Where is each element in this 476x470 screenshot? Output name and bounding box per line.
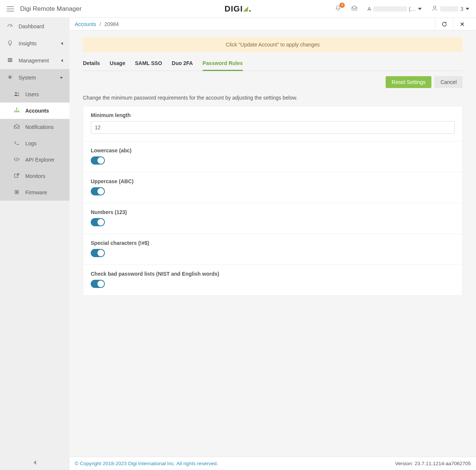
setting-min-length: Minimum length	[83, 106, 462, 142]
sidebar-item-accounts[interactable]: Accounts	[0, 103, 70, 119]
app-title: Digi Remote Manager	[20, 5, 81, 13]
special-chars-toggle[interactable]	[91, 249, 105, 257]
footer-version: Version: 23.7.11.1214-aa7062705	[395, 461, 471, 466]
sidebar-item-label: API Explorer	[25, 157, 55, 163]
sidebar-item-notifications[interactable]: Notifications	[0, 119, 70, 135]
account-tabs: Details Usage SAML SSO Duo 2FA Password …	[83, 60, 463, 71]
gauge-icon	[7, 23, 13, 30]
account-selector[interactable]: A (…	[367, 6, 422, 12]
user-icon	[431, 5, 438, 13]
sidebar-item-label: Insights	[19, 40, 36, 46]
svg-rect-9	[16, 111, 17, 112]
svg-rect-2	[8, 59, 12, 60]
setting-label: Uppercase (ABC)	[91, 178, 455, 184]
tab-duo-2fa[interactable]: Duo 2FA	[172, 60, 193, 71]
sidebar-item-management[interactable]: Management	[0, 52, 70, 69]
svg-rect-7	[16, 108, 17, 109]
sitemap-icon	[13, 107, 20, 115]
pending-changes-alert: Click "Update Account" to apply changes	[83, 37, 463, 52]
setting-lowercase: Lowercase (abc)	[83, 142, 462, 172]
setting-badlist: Check bad password lists (NIST and Engli…	[83, 265, 462, 295]
svg-rect-10	[18, 111, 19, 112]
sidebar-collapse-button[interactable]	[0, 455, 70, 470]
footer-copyright[interactable]: © Copyright 2018-2023 Digi International…	[75, 461, 218, 466]
svg-rect-3	[8, 61, 12, 62]
numbers-toggle[interactable]	[91, 218, 105, 226]
setting-label: Numbers (123)	[91, 209, 455, 215]
sidebar-item-api-explorer[interactable]: API Explorer	[0, 152, 70, 168]
chevron-left-icon	[33, 460, 36, 465]
min-length-input[interactable]	[91, 121, 455, 134]
sidebar-item-users[interactable]: Users	[0, 86, 70, 103]
code-icon	[13, 156, 20, 164]
svg-rect-13	[16, 191, 18, 193]
refresh-button[interactable]	[435, 18, 453, 30]
caret-down-icon	[466, 8, 469, 10]
breadcrumb-root-link[interactable]: Accounts	[75, 21, 96, 27]
sidebar: Dashboard Insights Management System	[0, 18, 70, 470]
sidebar-item-dashboard[interactable]: Dashboard	[0, 18, 70, 35]
tab-details[interactable]: Details	[83, 60, 100, 71]
tab-usage[interactable]: Usage	[110, 60, 125, 71]
sidebar-item-firmware[interactable]: Firmware	[0, 184, 70, 201]
svg-point-0	[434, 6, 436, 8]
svg-rect-1	[8, 58, 12, 59]
chip-icon	[13, 189, 20, 197]
badlist-toggle[interactable]	[91, 280, 105, 288]
chevron-left-icon	[61, 42, 63, 45]
user-name-masked	[440, 6, 458, 12]
cancel-button[interactable]: Cancel	[434, 76, 463, 88]
reset-settings-button[interactable]: Reset Settings	[386, 76, 431, 88]
uppercase-toggle[interactable]	[91, 187, 105, 195]
svg-point-6	[17, 93, 19, 94]
setting-uppercase: Uppercase (ABC)	[83, 172, 462, 203]
svg-point-5	[15, 92, 17, 94]
svg-rect-8	[14, 111, 15, 112]
breadcrumb: Accounts / 20984	[70, 18, 476, 30]
refresh-icon	[441, 21, 447, 27]
sidebar-item-label: Logs	[25, 140, 36, 146]
svg-rect-11	[15, 174, 18, 177]
user-selector[interactable]: 3	[431, 5, 469, 13]
setting-label: Lowercase (abc)	[91, 148, 455, 153]
gear-icon	[7, 74, 13, 82]
setting-label: Special characters (!#$)	[91, 240, 455, 246]
tab-password-rules[interactable]: Password Rules	[203, 60, 243, 71]
users-icon	[13, 91, 20, 98]
topbar: Digi Remote Manager DIGI . 4 A (… 3	[0, 0, 476, 18]
notifications-badge: 4	[340, 3, 345, 8]
sidebar-item-label: Accounts	[25, 108, 49, 114]
page-footer: © Copyright 2018-2023 Digi International…	[70, 457, 476, 470]
external-link-icon	[13, 172, 20, 180]
setting-special: Special characters (!#$)	[83, 234, 462, 265]
setting-label: Check bad password lists (NIST and Engli…	[91, 271, 455, 277]
instructions-text: Change the minimum password requirements…	[83, 95, 463, 101]
sidebar-item-label: Dashboard	[19, 23, 44, 29]
envelope-icon	[13, 123, 20, 131]
sidebar-item-label: Management	[19, 58, 49, 64]
sidebar-item-label: Notifications	[25, 124, 54, 130]
hamburger-menu-icon[interactable]	[7, 5, 14, 13]
system-submenu: Users Accounts Notifications Logs API Ex…	[0, 86, 70, 201]
caret-down-icon	[418, 8, 422, 10]
sidebar-item-insights[interactable]: Insights	[0, 35, 70, 52]
digi-logo: DIGI .	[225, 4, 251, 14]
sidebar-item-logs[interactable]: Logs	[0, 135, 70, 152]
logo-triangle-icon	[243, 6, 248, 12]
sidebar-item-monitors[interactable]: Monitors	[0, 168, 70, 184]
breadcrumb-current: 20984	[104, 21, 119, 27]
tab-saml-sso[interactable]: SAML SSO	[135, 60, 162, 71]
setting-numbers: Numbers (123)	[83, 203, 462, 234]
close-button[interactable]	[453, 18, 471, 30]
messages-envelope-icon[interactable]	[351, 5, 358, 13]
terminal-icon	[13, 140, 20, 148]
sidebar-item-label: System	[19, 75, 36, 81]
sidebar-item-label: Users	[25, 91, 39, 97]
account-name-masked	[373, 6, 407, 12]
main-area: Accounts / 20984 Click "Update Account" …	[70, 18, 476, 470]
close-icon	[460, 22, 465, 27]
notifications-bell-icon[interactable]: 4	[335, 5, 341, 13]
sidebar-item-label: Monitors	[25, 173, 45, 179]
sidebar-item-system[interactable]: System	[0, 69, 70, 86]
lowercase-toggle[interactable]	[91, 156, 105, 165]
